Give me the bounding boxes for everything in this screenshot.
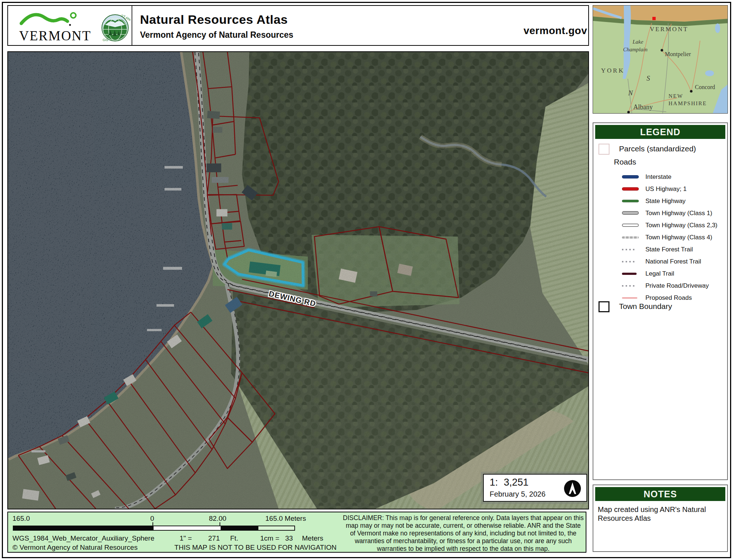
state-highway-line-symbol [622, 200, 639, 202]
legend-label: Private Road/Driveway [645, 282, 709, 290]
map-viewport: DEWING RD 1:3,251 February 5, 2026 [7, 51, 589, 509]
legend-label: Town Highway (Class 4) [645, 234, 712, 241]
parcels-label: Parcels (standardized) [619, 144, 696, 153]
legend-item-us-highway: US Highway; 1 [593, 185, 725, 194]
town-boundary-symbol [598, 301, 609, 312]
inset-letter-n: N [628, 89, 633, 97]
scale-ratio-value: 3,251 [504, 477, 529, 488]
legend-label: State Forest Trail [645, 246, 693, 253]
legend-label: US Highway; 1 [645, 185, 686, 193]
roads-group-label: Roads [614, 158, 636, 166]
legend-label: State Highway [645, 198, 686, 205]
inset-label-albany: Albany [633, 103, 653, 111]
scalebar-mid-label: 82.00 [209, 515, 226, 523]
legend-label: Proposed Roads [645, 294, 692, 302]
interstate-line-symbol [622, 175, 639, 178]
scalebar-tick [220, 522, 220, 526]
north-arrow-icon [564, 480, 581, 497]
inset-label-vermont: VERMONT [650, 26, 688, 33]
header: VERMONT VT ANR GIS Natural Resources Atl… [7, 5, 589, 46]
town-boundary-label: Town Boundary [619, 302, 672, 311]
legal-trail-symbol [622, 273, 637, 275]
copyright: © Vermont Agency of Natural Resources [12, 544, 137, 552]
town-highway-23-line-symbol [622, 224, 639, 227]
private-road-symbol [622, 285, 637, 287]
legend-item-town-highway-23: Town Highway (Class 2,3) [593, 221, 725, 230]
proposed-roads-symbol [622, 297, 637, 299]
anr-globe-icon: VT ANR GIS [100, 11, 130, 43]
legend-item-interstate: Interstate [593, 173, 725, 182]
inset-letter-s: S [647, 74, 650, 82]
header-divider [132, 6, 132, 45]
legend-item-private-road: Private Road/Driveway [593, 282, 725, 291]
photo-grain [8, 52, 588, 509]
footer-bar: 165.0 0 82.00 165.0 Meters WGS_1984_Web_… [7, 512, 586, 553]
location-marker [652, 17, 656, 20]
scale-bar-segment [14, 526, 154, 530]
aerial-map: DEWING RD [8, 52, 588, 509]
scale-cm-unit: Meters [302, 534, 323, 542]
legend-item-legal-trail: Legal Trail [593, 270, 725, 279]
legend-label: Town Highway (Class 1) [645, 210, 712, 217]
national-forest-trail-symbol [622, 261, 637, 262]
notes-panel: NOTES Map created using ANR's Natural Re… [593, 485, 728, 552]
legend-label: National Forest Trail [645, 258, 701, 265]
vermont-logo: VERMONT [18, 10, 97, 43]
inset-label-champlain: Champlain [623, 47, 648, 52]
town-highway-1-line-symbol [622, 211, 639, 215]
inset-label-new: NEW [668, 93, 683, 99]
legend-title: LEGEND [595, 125, 725, 139]
scale-info-box: 1:3,251 February 5, 2026 [483, 474, 587, 502]
scale-ratio-prefix: 1: [490, 477, 498, 488]
legend-label: Town Highway (Class 2,3) [645, 222, 718, 229]
map-date: February 5, 2026 [490, 490, 545, 498]
scale-bar-segment [154, 526, 221, 530]
scalebar-zero-label: 0 [150, 515, 154, 523]
projection-label: WGS_1984_Web_Mercator_Auxiliary_Sphere [12, 534, 154, 542]
scalebar-right-label: 165.0 Meters [265, 515, 306, 523]
legend-label: Legal Trail [645, 270, 674, 277]
vermont-gov-link: vermont.gov [481, 25, 587, 37]
legend-item-town-highway-1: Town Highway (Class 1) [593, 209, 725, 218]
legend-panel: LEGEND Parcels (standardized) Roads Inte… [593, 122, 728, 480]
locator-inset-map: VERMONT Lake Champlain Montpelier YORK S… [593, 5, 728, 114]
locator-map: VERMONT Lake Champlain Montpelier YORK S… [593, 5, 728, 114]
inset-label-lake: Lake [632, 39, 644, 45]
notes-body: Map created using ANR's Natural Resource… [598, 505, 722, 523]
legend-label: Interstate [645, 173, 671, 181]
town-highway-4-line-symbol [622, 236, 639, 239]
vermont-logo-text: VERMONT [19, 28, 91, 43]
scalebar-left-label: 165.0 [12, 515, 30, 523]
us-highway-line-symbol [622, 187, 639, 191]
scale-bar [13, 526, 295, 531]
navigation-warning: THIS MAP IS NOT TO BE USED FOR NAVIGATIO… [147, 544, 364, 552]
parcels-swatch [598, 144, 609, 155]
legend-item-town-highway-4: Town Highway (Class 4) [593, 233, 725, 242]
scale-inch-unit: Ft. [230, 534, 238, 542]
scale-inch-label: 1" = [180, 534, 192, 542]
inset-label-montpelier: Montpelier [665, 51, 691, 58]
legend-item-town-boundary: Town Boundary [598, 301, 723, 314]
page-subtitle: Vermont Agency of Natural Resources [140, 30, 293, 40]
scale-cm-label: 1cm = [260, 534, 279, 542]
disclaimer: DISCLAIMER: This map is for general refe… [342, 514, 584, 553]
page-title: Natural Resources Atlas [140, 12, 288, 27]
inset-label-concord: Concord [695, 84, 715, 90]
scale-cm-value: 33 [285, 534, 293, 542]
scale-ratio: 1:3,251 [490, 477, 528, 488]
inset-label-york: YORK [601, 67, 625, 74]
legend-item-state-highway: State Highway [593, 197, 725, 206]
atlas-print-page: VERMONT VT ANR GIS Natural Resources Atl… [0, 0, 733, 560]
scale-inch-value: 271 [208, 534, 220, 542]
legend-item-parcels: Parcels (standardized) [598, 144, 723, 157]
scalebar-tick [152, 522, 153, 526]
scale-bar-segment [221, 526, 258, 530]
inset-label-hampshire: HAMPSHIRE [668, 100, 707, 106]
notes-title: NOTES [595, 487, 725, 501]
svg-text:GIS: GIS [103, 38, 108, 42]
state-forest-trail-symbol [622, 249, 637, 250]
legend-item-state-forest-trail: State Forest Trail [593, 246, 725, 254]
legend-item-national-forest-trail: National Forest Trail [593, 258, 725, 266]
